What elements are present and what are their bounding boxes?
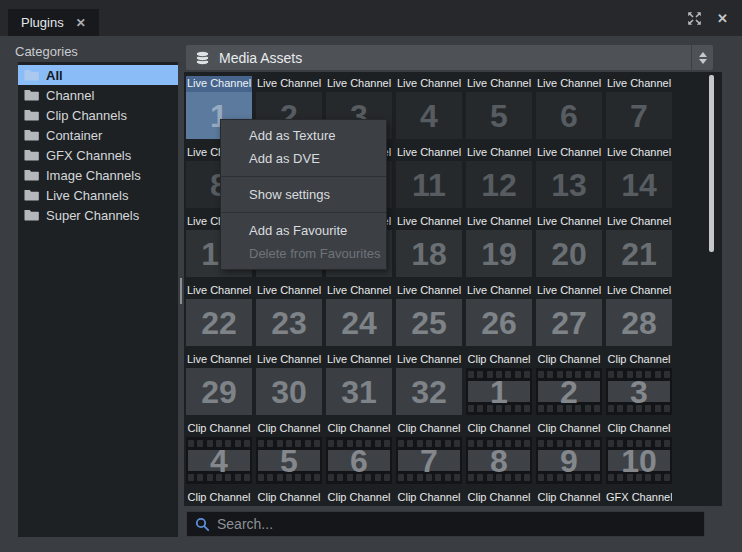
asset-type-label: Clip Channel [256,490,322,506]
category-label: Clip Channels [46,108,127,123]
asset-number: 23 [271,307,307,339]
sidebar-item-super-channels[interactable]: Super Channels [18,205,178,225]
asset-cell-clip-channel-8[interactable]: Clip Channel8 [466,421,532,484]
asset-cell-clip-channel-6[interactable]: Clip Channel6 [326,421,392,484]
asset-number: 8 [490,445,508,477]
asset-cell-live-channel-27[interactable]: Live Channel27 [536,283,602,346]
asset-type-label: Live Channel [396,76,462,92]
asset-number: 6 [350,445,368,477]
asset-thumbnail: 32 [396,368,462,415]
asset-cell-live-channel-29[interactable]: Live Channel29 [186,352,252,415]
sidebar-item-clip-channels[interactable]: Clip Channels [18,105,178,125]
asset-number: 2 [560,376,578,408]
asset-cell-clip-channel[interactable]: Clip Channel [326,490,392,506]
asset-type-spinner[interactable] [691,45,713,70]
asset-thumbnail: 9 [536,437,602,484]
asset-cell-live-channel-19[interactable]: Live Channel19 [466,214,532,277]
asset-cell-clip-channel-5[interactable]: Clip Channel5 [256,421,322,484]
asset-cell-live-channel-25[interactable]: Live Channel25 [396,283,462,346]
sidebar-item-live-channels[interactable]: Live Channels [18,185,178,205]
asset-thumbnail: 10 [606,437,672,484]
category-label: Live Channels [46,188,128,203]
sidebar-item-all[interactable]: All [18,65,178,85]
asset-cell-live-channel-24[interactable]: Live Channel24 [326,283,392,346]
asset-cell-live-channel-32[interactable]: Live Channel32 [396,352,462,415]
tab-plugins[interactable]: Plugins ✕ [8,9,99,36]
asset-number: 29 [201,376,237,408]
menu-item-add-as-dve[interactable]: Add as DVE [221,147,386,170]
search-icon [195,517,210,532]
asset-thumbnail: 27 [536,299,602,346]
sidebar-item-gfx-channels[interactable]: GFX Channels [18,145,178,165]
asset-cell-live-channel-4[interactable]: Live Channel4 [396,76,462,139]
asset-cell-live-channel-20[interactable]: Live Channel20 [536,214,602,277]
asset-number: 6 [560,100,578,132]
asset-cell-live-channel-28[interactable]: Live Channel28 [606,283,672,346]
asset-cell-clip-channel-4[interactable]: Clip Channel4 [186,421,252,484]
asset-type-label: Clip Channel [186,490,252,506]
menu-item-add-as-favourite[interactable]: Add as Favourite [221,219,386,242]
asset-cell-clip-channel[interactable]: Clip Channel [466,490,532,506]
asset-type-label: Live Channel [396,145,462,161]
asset-type-label: Clip Channel [536,490,602,506]
pane-splitter[interactable] [180,278,182,304]
vertical-scrollbar[interactable] [709,75,714,252]
asset-cell-live-channel-14[interactable]: Live Channel14 [606,145,672,208]
asset-number: 27 [551,307,587,339]
maximize-icon[interactable] [687,11,702,26]
asset-cell-live-channel-31[interactable]: Live Channel31 [326,352,392,415]
asset-number: 7 [630,100,648,132]
asset-cell-live-channel-23[interactable]: Live Channel23 [256,283,322,346]
asset-cell-live-channel-12[interactable]: Live Channel12 [466,145,532,208]
asset-type-selector[interactable]: Media Assets [186,45,713,70]
asset-type-label: Clip Channel [466,490,532,506]
asset-cell-live-channel-30[interactable]: Live Channel30 [256,352,322,415]
asset-cell-clip-channel-10[interactable]: Clip Channel10 [606,421,672,484]
asset-type-label: Live Channel [256,283,322,299]
sidebar-item-channel[interactable]: Channel [18,85,178,105]
tab-close-icon[interactable]: ✕ [76,16,86,30]
asset-cell-clip-channel-1[interactable]: Clip Channel1 [466,352,532,415]
asset-cell-live-channel-18[interactable]: Live Channel18 [396,214,462,277]
asset-cell-live-channel-7[interactable]: Live Channel7 [606,76,672,139]
asset-number: 4 [420,100,438,132]
asset-type-label: Live Channel [326,352,392,368]
asset-cell-live-channel-5[interactable]: Live Channel5 [466,76,532,139]
asset-thumbnail: 20 [536,230,602,277]
asset-cell-clip-channel-3[interactable]: Clip Channel3 [606,352,672,415]
sidebar-item-image-channels[interactable]: Image Channels [18,165,178,185]
asset-cell-clip-channel[interactable]: Clip Channel [536,490,602,506]
search-input[interactable] [217,516,704,532]
window-controls: ✕ [687,11,728,26]
menu-item-add-as-texture[interactable]: Add as Texture [221,124,386,147]
asset-cell-clip-channel[interactable]: Clip Channel [396,490,462,506]
asset-cell-live-channel-6[interactable]: Live Channel6 [536,76,602,139]
asset-cell-clip-channel[interactable]: Clip Channel [186,490,252,506]
asset-cell-clip-channel-7[interactable]: Clip Channel7 [396,421,462,484]
close-icon[interactable]: ✕ [717,12,728,25]
asset-thumbnail: 21 [606,230,672,277]
sidebar-item-container[interactable]: Container [18,125,178,145]
asset-cell-live-channel-26[interactable]: Live Channel26 [466,283,532,346]
category-label: GFX Channels [46,148,131,163]
asset-cell-gfx-channel[interactable]: GFX Channel [606,490,672,506]
tab-title: Plugins [21,15,64,30]
asset-cell-live-channel-13[interactable]: Live Channel13 [536,145,602,208]
asset-thumbnail: 12 [466,161,532,208]
asset-thumbnail: 4 [186,437,252,484]
asset-number: 18 [411,238,447,270]
asset-number: 19 [481,238,517,270]
asset-number: 5 [490,100,508,132]
asset-number: 28 [621,307,657,339]
menu-item-show-settings[interactable]: Show settings [221,183,386,206]
category-label: All [46,68,63,83]
asset-cell-live-channel-21[interactable]: Live Channel21 [606,214,672,277]
asset-cell-clip-channel-9[interactable]: Clip Channel9 [536,421,602,484]
asset-cell-clip-channel[interactable]: Clip Channel [256,490,322,506]
asset-cell-live-channel-22[interactable]: Live Channel22 [186,283,252,346]
asset-cell-live-channel-11[interactable]: Live Channel11 [396,145,462,208]
asset-thumbnail: 26 [466,299,532,346]
asset-cell-clip-channel-2[interactable]: Clip Channel2 [536,352,602,415]
asset-type-label: Clip Channel [326,490,392,506]
asset-thumbnail: 6 [326,437,392,484]
